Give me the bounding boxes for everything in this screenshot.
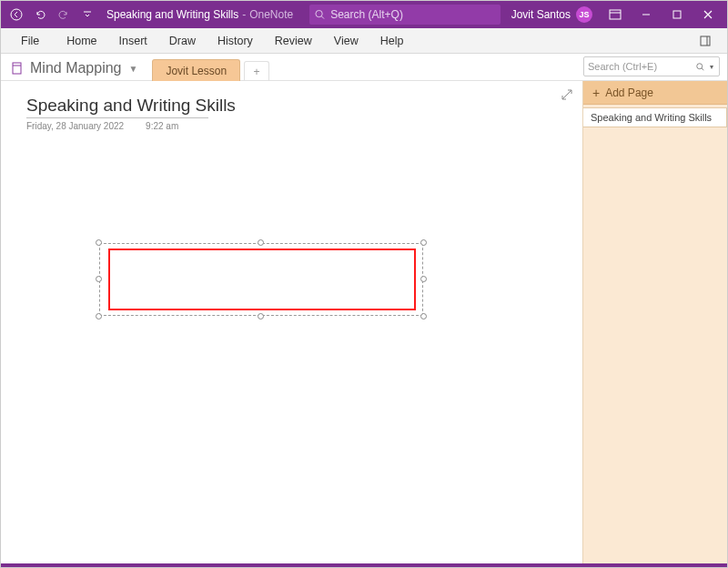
redo-button[interactable] <box>52 1 76 28</box>
page-title[interactable]: Speaking and Writing Skills <box>26 96 236 116</box>
resize-handle-mid-left[interactable] <box>96 276 102 282</box>
page-search-input[interactable] <box>588 61 693 72</box>
section-tab-label: Jovit Lesson <box>166 65 227 77</box>
title-underline <box>26 117 208 118</box>
full-page-view-button[interactable] <box>561 88 573 105</box>
user-name[interactable]: Jovit Santos <box>511 8 571 21</box>
status-bar <box>1 563 727 567</box>
search-input[interactable] <box>330 8 495 21</box>
selected-object[interactable] <box>99 243 423 316</box>
resize-handle-bot-left[interactable] <box>96 313 102 320</box>
undo-button[interactable] <box>28 1 52 28</box>
svg-rect-4 <box>701 36 710 46</box>
svg-rect-5 <box>13 63 21 74</box>
tab-history[interactable]: History <box>207 28 264 53</box>
page-meta: Friday, 28 January 2022 9:22 am <box>26 121 236 131</box>
notebook-name: Mind Mapping <box>30 60 122 76</box>
tab-home[interactable]: Home <box>56 28 107 53</box>
minimize-button[interactable] <box>631 1 662 28</box>
page-search[interactable]: ▾ <box>583 56 720 76</box>
close-button[interactable] <box>693 1 723 28</box>
workspace: Speaking and Writing Skills Friday, 28 J… <box>1 81 727 563</box>
search-dropdown-icon[interactable]: ▾ <box>708 63 715 71</box>
title-bar: Speaking and Writing Skills - OneNote Jo… <box>1 1 727 28</box>
svg-point-1 <box>316 10 322 16</box>
page-list-item-label: Speaking and Writing Skills <box>591 112 712 123</box>
search-icon <box>315 9 325 20</box>
back-button[interactable] <box>5 1 28 28</box>
resize-handle-bot-mid[interactable] <box>258 313 264 320</box>
add-page-button[interactable]: + Add Page <box>583 81 727 105</box>
page-list-item[interactable]: Speaking and Writing Skills <box>583 107 727 127</box>
title-bar-left: Speaking and Writing Skills - OneNote <box>1 1 500 28</box>
svg-point-6 <box>697 63 703 68</box>
user-avatar[interactable]: JS <box>576 6 592 23</box>
collapse-ribbon-button[interactable] <box>693 28 718 54</box>
add-page-label: Add Page <box>605 86 653 99</box>
app-name: OneNote <box>249 8 293 21</box>
tab-review[interactable]: Review <box>264 28 323 53</box>
notebook-bar: Mind Mapping ▼ Jovit Lesson + ▾ <box>1 54 727 81</box>
page-title-block: Speaking and Writing Skills Friday, 28 J… <box>26 96 236 131</box>
ribbon-tabs: File Home Insert Draw History Review Vie… <box>1 28 727 54</box>
title-separator: - <box>242 8 246 21</box>
plus-icon: + <box>592 86 600 100</box>
tab-help[interactable]: Help <box>369 28 415 53</box>
maximize-button[interactable] <box>662 1 693 28</box>
page-panel: + Add Page Speaking and Writing Skills <box>583 81 727 563</box>
notebook-picker[interactable]: Mind Mapping ▼ <box>8 60 143 80</box>
resize-handle-bot-right[interactable] <box>420 313 427 320</box>
resize-handle-top-mid[interactable] <box>258 239 264 246</box>
resize-handle-top-right[interactable] <box>420 239 427 246</box>
ribbon-display-button[interactable] <box>600 1 631 28</box>
tab-file[interactable]: File <box>10 28 50 53</box>
page-time[interactable]: 9:22 am <box>146 121 178 131</box>
window-title: Speaking and Writing Skills - OneNote <box>106 8 293 21</box>
page-canvas[interactable]: Speaking and Writing Skills Friday, 28 J… <box>1 81 583 563</box>
document-title: Speaking and Writing Skills <box>106 8 238 21</box>
resize-handle-mid-right[interactable] <box>420 276 427 282</box>
add-section-button[interactable]: + <box>244 61 269 81</box>
notebook-icon <box>10 61 25 76</box>
chevron-down-icon: ▼ <box>129 64 138 74</box>
page-date[interactable]: Friday, 28 January 2022 <box>26 121 124 131</box>
tab-insert[interactable]: Insert <box>108 28 158 53</box>
search-icon <box>696 62 704 72</box>
customize-qat-button[interactable] <box>76 1 99 28</box>
resize-handle-top-left[interactable] <box>96 239 102 246</box>
tab-view[interactable]: View <box>323 28 369 53</box>
svg-point-0 <box>11 9 22 20</box>
tab-draw[interactable]: Draw <box>158 28 207 53</box>
section-tab-active[interactable]: Jovit Lesson <box>152 59 240 81</box>
red-rectangle-shape[interactable] <box>108 248 416 310</box>
title-bar-right: Jovit Santos JS <box>511 1 727 28</box>
search-box[interactable] <box>309 5 500 25</box>
svg-rect-3 <box>673 11 681 18</box>
svg-rect-2 <box>610 10 621 19</box>
